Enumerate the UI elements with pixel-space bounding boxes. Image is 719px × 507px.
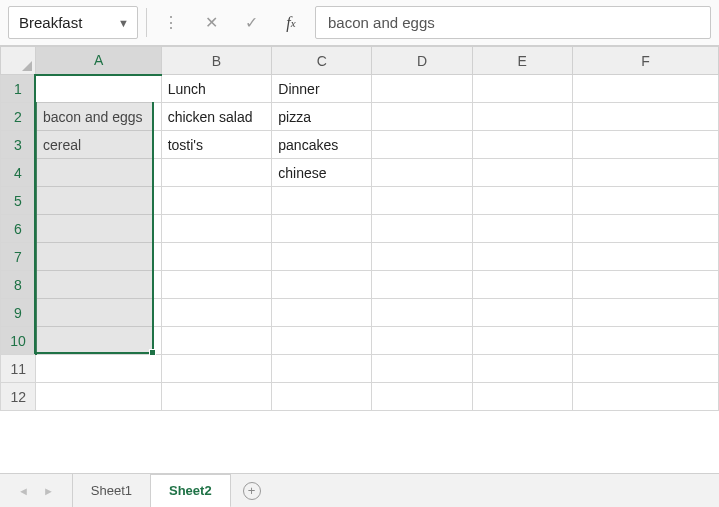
cell-F3[interactable] — [572, 131, 718, 159]
row-header-3[interactable]: 3 — [1, 131, 36, 159]
cell-D10[interactable] — [372, 327, 472, 355]
cell-D9[interactable] — [372, 299, 472, 327]
cell-F1[interactable] — [572, 75, 718, 103]
enter-icon[interactable]: ✓ — [235, 6, 267, 39]
cell-E3[interactable] — [472, 131, 572, 159]
cell-C6[interactable] — [272, 215, 372, 243]
cell-D3[interactable] — [372, 131, 472, 159]
cell-E11[interactable] — [472, 355, 572, 383]
cell-D6[interactable] — [372, 215, 472, 243]
cell-D2[interactable] — [372, 103, 472, 131]
cell-B12[interactable] — [161, 383, 272, 411]
cell-B3[interactable]: tosti's — [161, 131, 272, 159]
cell-C3[interactable]: pancakes — [272, 131, 372, 159]
cell-F2[interactable] — [572, 103, 718, 131]
cell-D11[interactable] — [372, 355, 472, 383]
row-header-10[interactable]: 10 — [1, 327, 36, 355]
cell-E7[interactable] — [472, 243, 572, 271]
cell-C7[interactable] — [272, 243, 372, 271]
cell-F10[interactable] — [572, 327, 718, 355]
cell-D12[interactable] — [372, 383, 472, 411]
column-header-D[interactable]: D — [372, 47, 472, 75]
new-sheet-button[interactable]: + — [231, 474, 273, 507]
cell-A11[interactable] — [36, 355, 161, 383]
cell-A4[interactable] — [36, 159, 161, 187]
cell-B2[interactable]: chicken salad — [161, 103, 272, 131]
cell-A6[interactable] — [36, 215, 161, 243]
sheet-tab-sheet2[interactable]: Sheet2 — [151, 474, 231, 507]
cell-A1[interactable]: Breakfast — [36, 75, 161, 103]
name-box[interactable]: Breakfast ▼ — [8, 6, 138, 39]
cell-D4[interactable] — [372, 159, 472, 187]
row-header-11[interactable]: 11 — [1, 355, 36, 383]
cell-B5[interactable] — [161, 187, 272, 215]
cell-E9[interactable] — [472, 299, 572, 327]
cell-B1[interactable]: Lunch — [161, 75, 272, 103]
row-header-5[interactable]: 5 — [1, 187, 36, 215]
row-header-9[interactable]: 9 — [1, 299, 36, 327]
cell-F12[interactable] — [572, 383, 718, 411]
cell-D5[interactable] — [372, 187, 472, 215]
cell-C10[interactable] — [272, 327, 372, 355]
cell-C5[interactable] — [272, 187, 372, 215]
row-header-1[interactable]: 1 — [1, 75, 36, 103]
column-header-A[interactable]: A — [36, 47, 161, 75]
row-header-4[interactable]: 4 — [1, 159, 36, 187]
cell-E10[interactable] — [472, 327, 572, 355]
cell-E2[interactable] — [472, 103, 572, 131]
cell-A9[interactable] — [36, 299, 161, 327]
formula-input[interactable]: bacon and eggs — [315, 6, 711, 39]
cell-A8[interactable] — [36, 271, 161, 299]
cell-E8[interactable] — [472, 271, 572, 299]
cell-C1[interactable]: Dinner — [272, 75, 372, 103]
cancel-icon[interactable]: ✕ — [195, 6, 227, 39]
column-header-E[interactable]: E — [472, 47, 572, 75]
spreadsheet-grid[interactable]: ABCDEF1BreakfastLunchDinner2bacon and eg… — [0, 46, 719, 473]
cell-E12[interactable] — [472, 383, 572, 411]
cell-F9[interactable] — [572, 299, 718, 327]
cell-A12[interactable] — [36, 383, 161, 411]
cell-B6[interactable] — [161, 215, 272, 243]
row-header-2[interactable]: 2 — [1, 103, 36, 131]
row-header-8[interactable]: 8 — [1, 271, 36, 299]
more-icon[interactable]: ⋮ — [155, 6, 187, 39]
cell-C11[interactable] — [272, 355, 372, 383]
cell-F4[interactable] — [572, 159, 718, 187]
cell-E4[interactable] — [472, 159, 572, 187]
column-header-F[interactable]: F — [572, 47, 718, 75]
row-header-7[interactable]: 7 — [1, 243, 36, 271]
cell-A5[interactable] — [36, 187, 161, 215]
cell-B11[interactable] — [161, 355, 272, 383]
cell-C4[interactable]: chinese — [272, 159, 372, 187]
cell-C12[interactable] — [272, 383, 372, 411]
cell-A3[interactable]: cereal — [36, 131, 161, 159]
cell-E1[interactable] — [472, 75, 572, 103]
cell-C2[interactable]: pizza — [272, 103, 372, 131]
cell-F7[interactable] — [572, 243, 718, 271]
cell-D7[interactable] — [372, 243, 472, 271]
cell-B9[interactable] — [161, 299, 272, 327]
sheet-tab-sheet1[interactable]: Sheet1 — [73, 474, 151, 507]
column-header-C[interactable]: C — [272, 47, 372, 75]
cell-D1[interactable] — [372, 75, 472, 103]
cell-F6[interactable] — [572, 215, 718, 243]
cell-C9[interactable] — [272, 299, 372, 327]
cell-E6[interactable] — [472, 215, 572, 243]
cell-C8[interactable] — [272, 271, 372, 299]
cell-B7[interactable] — [161, 243, 272, 271]
row-header-12[interactable]: 12 — [1, 383, 36, 411]
cell-B4[interactable] — [161, 159, 272, 187]
row-header-6[interactable]: 6 — [1, 215, 36, 243]
cell-D8[interactable] — [372, 271, 472, 299]
cell-E5[interactable] — [472, 187, 572, 215]
cell-F11[interactable] — [572, 355, 718, 383]
cell-A10[interactable] — [36, 327, 161, 355]
cell-A7[interactable] — [36, 243, 161, 271]
cell-A2[interactable]: bacon and eggs — [36, 103, 161, 131]
cell-B8[interactable] — [161, 271, 272, 299]
cell-B10[interactable] — [161, 327, 272, 355]
tab-next-icon[interactable]: ► — [43, 485, 54, 497]
cell-F5[interactable] — [572, 187, 718, 215]
column-header-B[interactable]: B — [161, 47, 272, 75]
tab-prev-icon[interactable]: ◄ — [18, 485, 29, 497]
